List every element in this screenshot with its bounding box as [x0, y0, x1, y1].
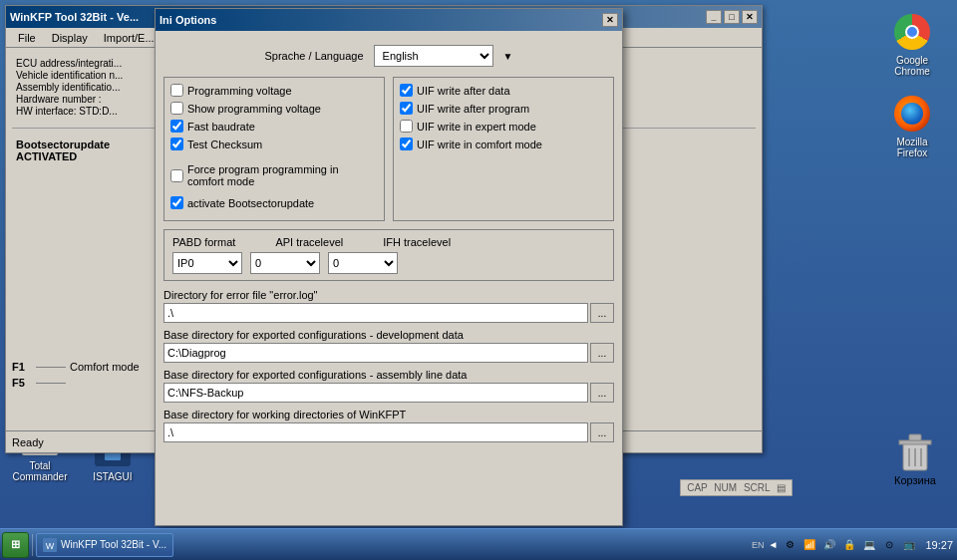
tray-icon-7[interactable]: 📺 [901, 537, 917, 553]
activate-boot-label: activate Bootsectorupdate [187, 197, 314, 209]
total-commander-label: Total Commander [9, 460, 71, 482]
tray-icon-6[interactable]: ⊙ [881, 537, 897, 553]
windows-icon: ⊞ [11, 538, 20, 551]
chrome-icon [892, 12, 932, 52]
programming-voltage-checkbox[interactable] [170, 84, 183, 97]
ini-close-button[interactable]: ✕ [602, 13, 618, 27]
language-select[interactable]: English German French [374, 45, 493, 67]
trace-header: PABD format API tracelevel IFH traceleve… [172, 236, 605, 248]
menu-import[interactable]: Import/E... [96, 30, 162, 46]
uif-expert-mode-checkbox[interactable] [400, 120, 413, 133]
api-select[interactable]: 0 1 2 [250, 252, 320, 274]
winkfp-taskbar-icon: W [43, 538, 57, 552]
uif-after-data-checkbox[interactable] [400, 84, 413, 97]
svg-rect-10 [899, 440, 931, 444]
svg-text:W: W [46, 541, 55, 551]
f1-row: F1 Comfort mode [12, 361, 140, 373]
force-program-label: Force program programming in comfort mod… [187, 163, 378, 187]
fast-baudrate-row: Fast baudrate [170, 120, 378, 133]
taskbar-divider-1 [32, 534, 33, 556]
force-program-checkbox[interactable] [170, 169, 183, 182]
uif-comfort-mode-label: UIF write in comfort mode [417, 139, 542, 150]
clock-time: 19:27 [925, 539, 953, 551]
dir-dev-data-label: Base directory for exported configuratio… [163, 329, 614, 341]
dir-working-dir-button[interactable]: ... [590, 422, 614, 442]
tray-icon-3[interactable]: 🔊 [821, 537, 837, 553]
dir-error-log-section: Directory for error file "error.log" ... [163, 289, 614, 323]
pabd-select[interactable]: IP0 IP1 IP2 [172, 252, 242, 274]
en-indicator: EN [752, 540, 765, 550]
ini-title: Ini Options [160, 14, 216, 26]
cap-indicator: CAP [687, 482, 707, 493]
uif-expert-mode-label: UIF write in expert mode [417, 121, 536, 133]
activate-boot-checkbox[interactable] [170, 196, 183, 209]
fast-baudrate-checkbox[interactable] [170, 120, 183, 133]
uif-after-data-row: UIF write after data [400, 84, 607, 97]
menu-file[interactable]: File [10, 30, 44, 46]
trash-icon-img [897, 432, 933, 474]
menu-display[interactable]: Display [44, 30, 96, 46]
f5-separator [36, 383, 66, 384]
dir-working-dir-input[interactable] [163, 422, 588, 442]
dir-dev-data-button[interactable]: ... [590, 343, 614, 363]
taskbar-item-label: WinKFP Tool 32Bit - V... [61, 539, 166, 550]
f5-key: F5 [12, 377, 32, 389]
tray-arrow: ◄ [769, 539, 779, 550]
uif-after-data-label: UIF write after data [417, 85, 510, 97]
dir-dev-data-input[interactable] [163, 343, 588, 363]
trace-section: PABD format API tracelevel IFH traceleve… [163, 229, 614, 281]
right-options-group: UIF write after data UIF write after pro… [393, 77, 614, 221]
desktop-icon-trash[interactable]: Корзина [885, 432, 945, 486]
spacer-1 [170, 155, 378, 163]
ini-titlebar-controls: ✕ [602, 13, 618, 27]
dir-error-log-row: ... [163, 303, 614, 323]
uif-after-program-label: UIF write after program [417, 103, 529, 115]
minimize-button[interactable]: _ [706, 10, 722, 24]
start-button[interactable]: ⊞ [2, 532, 29, 558]
show-programming-voltage-row: Show programming voltage [170, 102, 378, 115]
taskbar-item-winkfp[interactable]: W WinKFP Tool 32Bit - V... [36, 533, 173, 557]
desktop-icon-firefox[interactable]: Mozilla Firefox [877, 90, 947, 162]
pabd-label: PABD format [172, 236, 235, 248]
maximize-button[interactable]: □ [724, 10, 740, 24]
chevron-down-icon: ▼ [503, 51, 513, 62]
dir-assembly-data-section: Base directory for exported configuratio… [163, 369, 614, 403]
activate-boot-row: activate Bootsectorupdate [170, 196, 378, 209]
test-checksum-checkbox[interactable] [170, 138, 183, 150]
programming-voltage-row: Programming voltage [170, 84, 378, 97]
dir-assembly-data-input[interactable] [163, 383, 588, 403]
uif-comfort-mode-checkbox[interactable] [400, 138, 413, 150]
dir-error-log-button[interactable]: ... [590, 303, 614, 323]
uif-expert-mode-row: UIF write in expert mode [400, 120, 607, 133]
trash-label: Корзина [894, 474, 936, 486]
dir-assembly-data-button[interactable]: ... [590, 383, 614, 403]
trace-selects: IP0 IP1 IP2 0 1 2 0 1 2 [172, 252, 605, 274]
uif-after-program-checkbox[interactable] [400, 102, 413, 115]
desktop-icon-chrome[interactable]: Google Chrome [877, 8, 947, 81]
kbd-status-bar: CAP NUM SCRL ▤ [680, 479, 793, 496]
test-checksum-label: Test Checksum [187, 139, 262, 150]
close-button-main[interactable]: ✕ [742, 10, 758, 24]
key-section: F1 Comfort mode F5 [12, 361, 140, 393]
tray-icon-5[interactable]: 💻 [861, 537, 877, 553]
tray-icon-2[interactable]: 📶 [801, 537, 817, 553]
dir-error-log-label: Directory for error file "error.log" [163, 289, 614, 301]
test-checksum-row: Test Checksum [170, 138, 378, 150]
taskbar: ⊞ W WinKFP Tool 32Bit - V... EN ◄ ⚙ 📶 🔊 … [0, 528, 957, 560]
ifh-select[interactable]: 0 1 2 [328, 252, 398, 274]
api-label: API tracelevel [275, 236, 343, 248]
force-program-row: Force program programming in comfort mod… [170, 163, 378, 187]
tray-icon-1[interactable]: ⚙ [782, 537, 798, 553]
scrl-icon: ▤ [777, 482, 786, 493]
left-options-group: Programming voltage Show programming vol… [163, 77, 385, 221]
scrl-indicator: SCRL [744, 482, 770, 493]
dir-working-dir-section: Base directory for working directories o… [163, 409, 614, 442]
dir-error-log-input[interactable] [163, 303, 588, 323]
titlebar-controls: _ □ ✕ [706, 10, 758, 24]
show-programming-voltage-checkbox[interactable] [170, 102, 183, 115]
dir-dev-data-section: Base directory for exported configuratio… [163, 329, 614, 363]
desktop: Google Chrome Mozilla Firefox 1 2 Total … [0, 0, 957, 528]
tray-icon-4[interactable]: 🔒 [841, 537, 857, 553]
language-label: Sprache / Language [265, 50, 364, 62]
firefox-label: Mozilla Firefox [881, 137, 943, 158]
